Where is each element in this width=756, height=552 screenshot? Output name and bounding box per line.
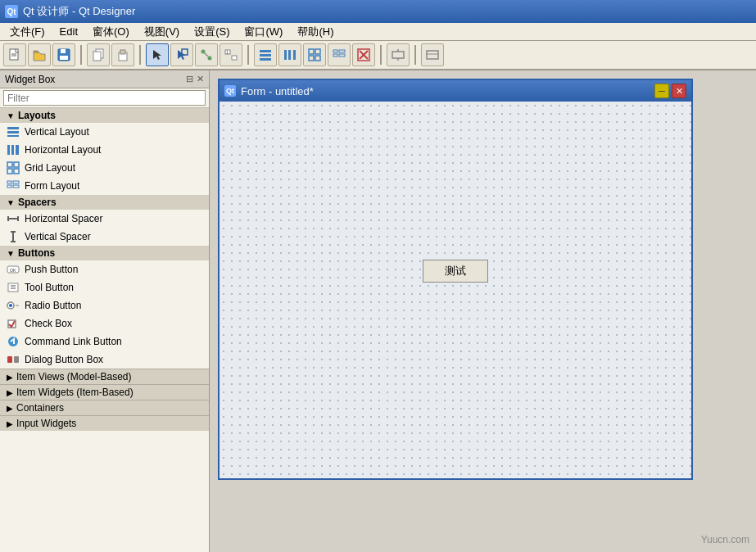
category-item-views[interactable]: ▶ Item Views (Model-Based) — [0, 369, 209, 384]
svg-rect-9 — [120, 50, 125, 54]
tool-button-item[interactable]: Tool Button — [0, 278, 209, 296]
new-button[interactable] — [3, 43, 26, 66]
vertical-layout-icon — [7, 125, 20, 138]
grid-layout-item[interactable]: Grid Layout — [0, 159, 209, 177]
form-titlebar: Qt Form - untitled* ─ ✕ — [220, 80, 691, 102]
svg-rect-27 — [309, 56, 314, 61]
svg-rect-26 — [315, 49, 320, 54]
form-layout-label: Form Layout — [25, 180, 79, 192]
tool-button-label: Tool Button — [25, 282, 74, 293]
svg-point-13 — [201, 50, 206, 54]
form-close-button[interactable]: ✕ — [672, 84, 686, 98]
connect-button[interactable] — [195, 43, 218, 66]
menu-edit[interactable]: Edit — [53, 24, 84, 39]
command-link-button-item[interactable]: Command Link Button — [0, 333, 209, 351]
widget-select-button[interactable] — [170, 43, 193, 66]
test-button[interactable]: 测试 — [423, 260, 488, 283]
form-content[interactable]: 测试 — [220, 102, 691, 478]
title-bar: Qt Qt 设计师 - Qt Designer — [0, 0, 756, 23]
dialog-button-box-item[interactable]: Dialog Button Box — [0, 351, 209, 369]
vlayout-toolbar-btn[interactable] — [254, 43, 277, 66]
svg-rect-28 — [315, 56, 320, 61]
svg-rect-30 — [339, 50, 345, 52]
category-spacers[interactable]: ▼ Spacers — [0, 195, 209, 210]
preview-button[interactable] — [421, 43, 444, 66]
svg-rect-17 — [232, 56, 237, 60]
item-views-label: Item Views (Model-Based) — [16, 371, 132, 382]
vertical-spacer-item[interactable]: Vertical Spacer — [0, 228, 209, 246]
toolbar: 1 — [0, 41, 756, 70]
radio-button-item[interactable]: Radio Button — [0, 296, 209, 314]
toolbar-sep-4 — [380, 45, 382, 65]
containers-arrow: ▶ — [7, 404, 13, 413]
form-window: Qt Form - untitled* ─ ✕ 测试 — [218, 79, 693, 480]
copy-button[interactable] — [87, 43, 110, 66]
horizontal-spacer-item[interactable]: Horizontal Spacer — [0, 210, 209, 228]
horizontal-layout-label: Horizontal Layout — [25, 144, 101, 156]
widget-box-float-btn[interactable]: ⊟ — [186, 74, 193, 84]
item-widgets-arrow: ▶ — [7, 388, 13, 397]
category-item-widgets[interactable]: ▶ Item Widgets (Item-Based) — [0, 384, 209, 400]
adjust-size-button[interactable] — [387, 43, 410, 66]
flayout-toolbar-btn[interactable] — [328, 43, 351, 66]
svg-rect-7 — [93, 52, 101, 61]
vertical-layout-item[interactable]: Vertical Layout — [0, 123, 209, 141]
svg-rect-71 — [7, 356, 12, 363]
category-containers[interactable]: ▶ Containers — [0, 400, 209, 415]
menu-file[interactable]: 文件(F) — [3, 23, 52, 41]
menu-bar: 文件(F) Edit 窗体(O) 视图(V) 设置(S) 窗口(W) 帮助(H) — [0, 23, 756, 41]
break-layout-button[interactable] — [352, 43, 375, 66]
menu-help[interactable]: 帮助(H) — [291, 23, 340, 41]
svg-rect-41 — [7, 127, 19, 129]
toolbar-sep-2 — [139, 45, 141, 65]
input-widgets-label: Input Widgets — [16, 418, 76, 429]
push-button-item[interactable]: OK Push Button — [0, 260, 209, 278]
filter-input[interactable] — [3, 90, 206, 106]
category-layouts[interactable]: ▼ Layouts — [0, 108, 209, 123]
app-icon: Qt — [5, 5, 18, 18]
category-input-widgets[interactable]: ▶ Input Widgets — [0, 415, 209, 431]
push-button-label: Push Button — [25, 264, 78, 275]
horizontal-spacer-label: Horizontal Spacer — [25, 213, 102, 224]
svg-rect-49 — [7, 169, 12, 174]
check-box-item[interactable]: Check Box — [0, 314, 209, 333]
svg-marker-10 — [153, 50, 161, 60]
form-layout-item[interactable]: Form Layout — [0, 177, 209, 195]
save-button[interactable] — [52, 43, 75, 66]
svg-rect-47 — [7, 162, 12, 167]
menu-window[interactable]: 窗口(W) — [238, 23, 289, 41]
svg-point-14 — [208, 57, 212, 61]
open-button[interactable] — [28, 43, 51, 66]
hlayout-toolbar-btn[interactable] — [278, 43, 301, 66]
menu-view[interactable]: 视图(V) — [138, 23, 186, 41]
svg-rect-31 — [333, 54, 337, 57]
widget-box-actions: ⊟ ✕ — [186, 74, 204, 84]
svg-rect-20 — [260, 54, 271, 57]
item-views-arrow: ▶ — [7, 373, 13, 382]
svg-rect-32 — [339, 54, 345, 57]
tool-button-icon — [7, 281, 20, 294]
form-icon-label: Qt — [226, 87, 234, 95]
svg-rect-46 — [16, 145, 19, 155]
menu-settings[interactable]: 设置(S) — [188, 23, 236, 41]
form-minimize-button[interactable]: ─ — [654, 84, 669, 98]
form-layout-icon — [7, 179, 20, 192]
menu-form[interactable]: 窗体(O) — [86, 23, 136, 41]
command-link-button-icon — [7, 335, 20, 348]
grid-layout-icon — [7, 161, 20, 174]
horizontal-layout-item[interactable]: Horizontal Layout — [0, 141, 209, 159]
select-button[interactable] — [146, 43, 169, 66]
radio-button-label: Radio Button — [25, 300, 81, 311]
svg-rect-45 — [11, 145, 14, 155]
glayout-toolbar-btn[interactable] — [303, 43, 326, 66]
tab-order-button[interactable]: 1 — [220, 43, 242, 66]
svg-rect-48 — [14, 162, 19, 167]
svg-rect-72 — [14, 356, 19, 363]
paste-button[interactable] — [111, 43, 134, 66]
svg-rect-19 — [260, 50, 271, 52]
dialog-button-box-label: Dialog Button Box — [25, 354, 103, 365]
input-widgets-arrow: ▶ — [7, 419, 13, 428]
widget-box-close-btn[interactable]: ✕ — [197, 74, 204, 84]
category-buttons[interactable]: ▼ Buttons — [0, 246, 209, 260]
svg-rect-50 — [14, 169, 19, 174]
